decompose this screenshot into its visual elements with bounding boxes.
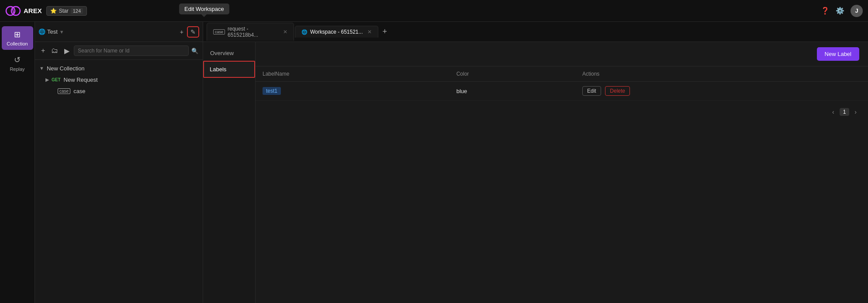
settings-icon-button[interactable]: ⚙️: [836, 7, 844, 15]
subnav-overview[interactable]: Overview: [203, 45, 255, 61]
workspace-actions: + ✎: [178, 26, 199, 38]
label-name-tag: test1: [263, 87, 281, 95]
current-page: 1: [840, 108, 850, 116]
logo: AREX: [5, 6, 42, 16]
content-subnav: Overview Labels: [203, 42, 256, 303]
request-name: New Request: [64, 77, 98, 83]
case-tag: case: [213, 29, 225, 35]
search-icon: 🔍: [191, 48, 198, 54]
label-actions-cell: Edit Delete: [575, 82, 868, 101]
chevron-down-icon: ▼: [39, 66, 44, 71]
subnav-labels[interactable]: Labels: [203, 61, 255, 78]
sidebar-item-label-replay: Replay: [10, 66, 24, 72]
close-workspace-tab-icon[interactable]: ✕: [367, 29, 372, 35]
case-item[interactable]: case case ⋮: [47, 85, 203, 97]
new-label-button[interactable]: New Label: [817, 47, 859, 61]
play-button[interactable]: ▶: [62, 46, 71, 56]
request-chevron-icon: ▶: [45, 77, 49, 83]
github-icon: ⭐: [50, 8, 57, 14]
star-button[interactable]: ⭐ Star 124: [46, 6, 87, 16]
app-name: AREX: [24, 7, 42, 14]
case-badge: case: [58, 88, 70, 94]
pagination: ‹ 1 ›: [256, 101, 868, 123]
next-page-button[interactable]: ›: [852, 108, 859, 116]
star-label: Star: [59, 8, 69, 14]
col-actions: Actions: [575, 66, 868, 82]
add-workspace-button[interactable]: +: [178, 27, 185, 37]
tab-case-request[interactable]: case request - 6515218b4... ✕: [207, 23, 294, 41]
tab-case-label: request - 6515218b4...: [228, 26, 279, 38]
collection-children: ▶ GET New Request ⋮ case case ⋮: [35, 74, 203, 97]
prev-page-button[interactable]: ‹: [830, 108, 837, 116]
collection-icon: ⊞: [14, 30, 21, 39]
collection-node: ▼ New Collection ⋮ ▶ GET New Request ⋮ c…: [35, 63, 203, 97]
workspace-tab-icon: 🌐: [301, 29, 308, 35]
tabs-and-content: case request - 6515218b4... ✕ 🌐 Workspac…: [203, 22, 868, 303]
workspace-header: 🌐 Test ▼ + ✎: [35, 22, 203, 42]
edit-workspace-button[interactable]: ✎: [187, 26, 199, 38]
add-collection-button[interactable]: +: [39, 46, 47, 56]
workspace-name: Test ▼: [47, 28, 176, 35]
workspace-chevron-icon: ▼: [59, 29, 64, 35]
collections-panel: 🌐 Test ▼ + ✎ + 🗂 ▶ 🔍 ▼ New Collection: [35, 22, 203, 303]
labels-label: Labels: [210, 66, 226, 73]
sidebar-item-replay[interactable]: ↺ Replay: [2, 52, 33, 75]
label-color-cell: blue: [450, 82, 575, 101]
collection-item[interactable]: ▼ New Collection ⋮: [35, 63, 203, 74]
col-labelname: LabelName: [256, 66, 450, 82]
sidebar-nav: ⊞ Collection ↺ Replay: [0, 22, 35, 303]
star-count: 124: [71, 8, 83, 14]
tab-workspace[interactable]: 🌐 Workspace - 651521... ✕: [295, 26, 378, 38]
folder-button[interactable]: 🗂: [49, 46, 60, 56]
main-layout: ⊞ Collection ↺ Replay 🌐 Test ▼ + ✎ + 🗂 ▶: [0, 22, 868, 303]
arex-logo-icon: [5, 6, 21, 16]
sidebar-item-label-collection: Collection: [7, 41, 28, 46]
topbar-icons: ❓ ⚙️ J: [821, 5, 863, 17]
topbar: AREX ⭐ Star 124 Edit Workspace ❓ ⚙️ J: [0, 0, 868, 22]
table-header-row: LabelName Color Actions: [256, 66, 868, 82]
sidebar-item-collection[interactable]: ⊞ Collection: [2, 26, 33, 50]
search-bar: + 🗂 ▶ 🔍: [35, 42, 203, 60]
request-children: case case ⋮: [41, 85, 203, 97]
avatar[interactable]: J: [851, 5, 863, 17]
workspace-name-label: Test: [47, 28, 58, 35]
collection-tree: ▼ New Collection ⋮ ▶ GET New Request ⋮ c…: [35, 60, 203, 303]
workspace-globe-icon: 🌐: [38, 28, 45, 35]
add-tab-button[interactable]: +: [379, 26, 391, 37]
tabs-bar: case request - 6515218b4... ✕ 🌐 Workspac…: [203, 22, 868, 42]
tab-workspace-label: Workspace - 651521...: [310, 29, 363, 35]
col-color: Color: [450, 66, 575, 82]
collection-name: New Collection: [47, 65, 85, 72]
request-item[interactable]: ▶ GET New Request ⋮: [41, 74, 203, 85]
label-name-cell: test1: [256, 82, 450, 101]
labels-table: LabelName Color Actions test1 blue: [256, 66, 868, 101]
case-name: case: [73, 88, 85, 94]
content-area: Overview Labels New Label LabelName Colo…: [203, 42, 868, 303]
delete-label-button[interactable]: Delete: [605, 86, 630, 96]
label-color-value: blue: [456, 88, 467, 94]
table-row: test1 blue Edit Delete: [256, 82, 868, 101]
new-label-bar: New Label: [256, 42, 868, 66]
workspace-main-content: New Label LabelName Color Actions te: [256, 42, 868, 303]
replay-icon: ↺: [14, 55, 21, 65]
help-icon-button[interactable]: ❓: [821, 7, 830, 15]
search-input[interactable]: [74, 45, 189, 56]
get-method-badge: GET: [52, 77, 61, 82]
edit-label-button[interactable]: Edit: [582, 86, 601, 96]
edit-workspace-tooltip: Edit Workspace: [179, 3, 229, 14]
overview-label: Overview: [210, 50, 234, 56]
close-case-tab-icon[interactable]: ✕: [283, 29, 287, 35]
